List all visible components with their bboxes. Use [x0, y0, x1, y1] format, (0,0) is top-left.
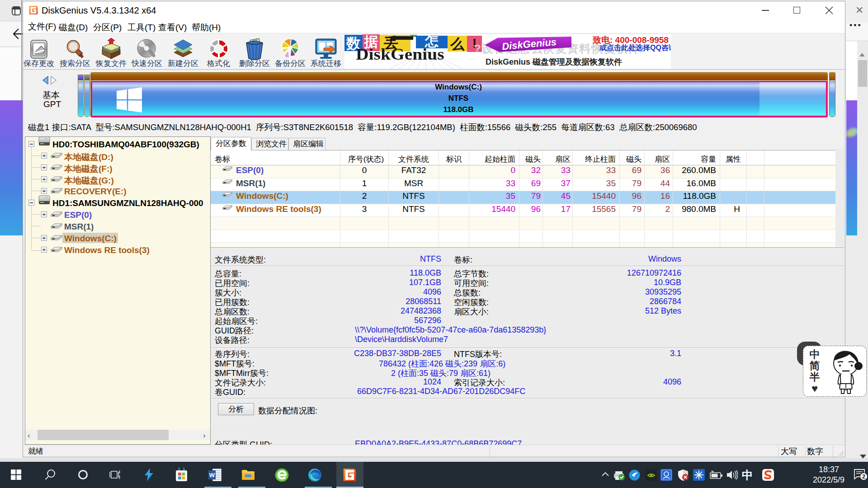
svg-text:W: W — [209, 472, 215, 479]
